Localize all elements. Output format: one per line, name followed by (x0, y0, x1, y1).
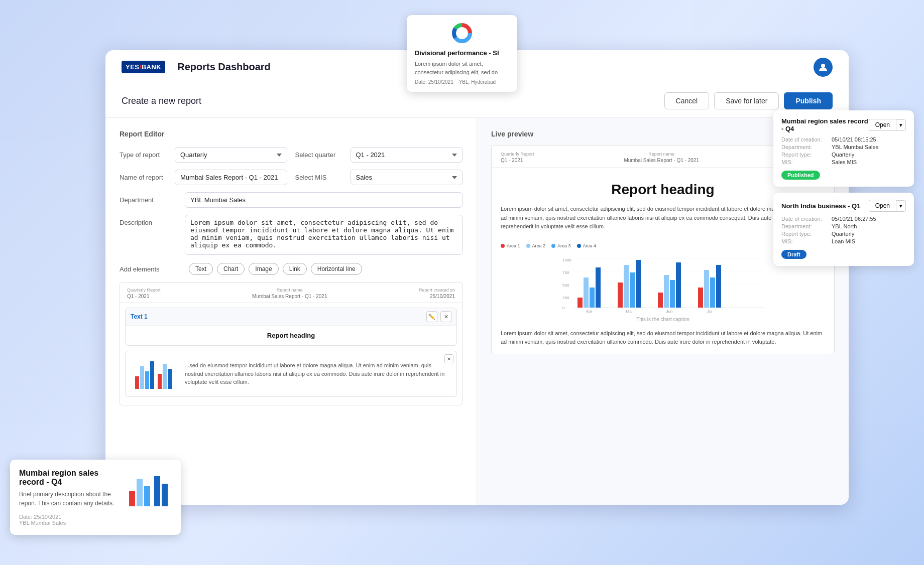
info-card-title-1: Mumbai region sales record - Q4 (781, 117, 869, 132)
content-area: Report Editor Type of report Quarterly S… (105, 118, 849, 505)
svg-rect-45 (137, 479, 143, 506)
form-row-department: Department (120, 192, 463, 208)
add-horizontal-line-button[interactable]: Horizontal line (311, 263, 362, 275)
svg-text:Apr: Apr (586, 309, 593, 313)
info-row-date-2: Date of creation: 05/10/21 06:27:55 (781, 216, 906, 222)
legend-area4: Area 4 (577, 243, 597, 248)
info-row-mis-1: MIS: Sales MIS (781, 159, 906, 165)
element-heading-content: Report heading (126, 326, 456, 345)
type-label: Type of report (120, 151, 170, 159)
form-group-name: Name of report (120, 170, 287, 185)
svg-rect-44 (129, 491, 135, 506)
publish-button[interactable]: Publish (784, 92, 833, 109)
legend-dot-2 (526, 244, 530, 248)
status-badge-published: Published (781, 171, 820, 180)
svg-text:0: 0 (562, 306, 565, 310)
info-card-header-1: Mumbai region sales record - Q4 Open ▾ (781, 117, 906, 132)
chart-element-block: ...sed do eiusmod tempor incididunt ut l… (125, 351, 457, 397)
svg-text:750: 750 (562, 270, 569, 275)
form-group-type: Type of report Quarterly (120, 147, 287, 163)
svg-text:1000: 1000 (562, 258, 571, 262)
add-text-button[interactable]: Text (189, 263, 213, 275)
info-card-mumbai: Mumbai region sales record - Q4 Open ▾ D… (773, 110, 914, 187)
info-card-title-2: North India business - Q1 (781, 202, 860, 210)
element-block-actions: ✏️ ✕ (426, 311, 451, 322)
info-card-header-2: North India business - Q1 Open ▾ (781, 200, 906, 212)
svg-point-5 (458, 29, 466, 37)
open-button-group-1: Open ▾ (869, 119, 906, 131)
bottom-left-location: YBL Mumbai Sales (19, 520, 120, 526)
mini-report-name-label: Report name (252, 288, 327, 293)
user-avatar[interactable] (814, 58, 833, 77)
legend-area1: Area 1 (501, 243, 520, 248)
svg-rect-33 (664, 275, 669, 308)
open-arrow-2[interactable]: ▾ (896, 200, 906, 212)
svg-rect-25 (584, 277, 589, 308)
mis-select[interactable]: Sales (351, 170, 463, 185)
editor-panel: Report Editor Type of report Quarterly S… (105, 118, 477, 505)
page-title: Create a new report (122, 96, 659, 106)
element-block-header: Text 1 ✏️ ✕ (126, 308, 456, 326)
info-row-type-1: Report type: Quarterly (781, 152, 906, 158)
logo: YES/BANK (122, 61, 165, 73)
svg-text:Mai: Mai (626, 309, 633, 313)
quarter-label: Select quarter (295, 151, 345, 159)
name-input[interactable] (175, 170, 287, 185)
form-row-type-quarter: Type of report Quarterly Select quarter … (120, 147, 463, 163)
tooltip-date: Date: 25/10/2021 YBL, Hyderabad (415, 79, 509, 85)
svg-rect-11 (158, 374, 162, 389)
preview-body-text-2: Lorem ipsum dolor sit amet, consectetur … (492, 329, 834, 354)
close-chart-button[interactable]: ✕ (444, 354, 453, 363)
open-button-2[interactable]: Open (869, 200, 896, 212)
mini-created-value: 25/10/2021 (419, 294, 455, 299)
open-button-1[interactable]: Open (869, 119, 896, 131)
svg-text:Jul: Jul (707, 309, 712, 313)
department-input[interactable] (185, 192, 463, 208)
cancel-button[interactable]: Cancel (664, 92, 710, 109)
svg-rect-35 (676, 262, 681, 308)
name-label: Name of report (120, 174, 170, 181)
svg-rect-46 (144, 486, 150, 506)
donut-icon (451, 22, 473, 44)
bottom-left-date: Date: 25/10/2021 (19, 514, 120, 520)
svg-rect-27 (596, 267, 601, 308)
add-link-button[interactable]: Link (283, 263, 307, 275)
tooltip-title: Divisional performance - SI (415, 49, 509, 57)
add-elements-label: Add elements (120, 265, 185, 273)
form-row-description: Description Lorem ipsum dolor sit amet, … (120, 215, 463, 255)
preview-report-name-value: Mumbai Sales Report - Q1 - 2021 (624, 158, 699, 163)
svg-text:500: 500 (562, 283, 569, 288)
bottom-left-chart-icon (127, 469, 172, 509)
description-textarea[interactable]: Lorem ipsum dolor sit amet, consectetur … (185, 215, 463, 255)
mini-report-name-value: Mumbai Sales Report - Q1 - 2021 (252, 294, 327, 299)
type-select[interactable]: Quarterly (175, 147, 287, 163)
text-element-block: Text 1 ✏️ ✕ Report heading (125, 308, 457, 346)
info-card-north: North India business - Q1 Open ▾ Date of… (773, 193, 914, 266)
add-image-button[interactable]: Image (249, 263, 278, 275)
add-chart-button[interactable]: Chart (217, 263, 245, 275)
quarter-select[interactable]: Q1 - 2021 (351, 147, 463, 163)
svg-rect-34 (670, 280, 675, 308)
svg-rect-24 (578, 298, 583, 308)
legend-area2: Area 2 (526, 243, 546, 248)
info-row-type-2: Report type: Quarterly (781, 231, 906, 237)
mini-quarterly-label: Quarterly Report (127, 288, 161, 293)
add-elements-row: Add elements Text Chart Image Link Horiz… (120, 263, 463, 275)
svg-rect-9 (145, 371, 149, 389)
bottom-left-title: Mumbai region sales record - Q4 (19, 469, 120, 487)
preview-report-name-label: Report name (624, 152, 699, 157)
right-info-panel: Mumbai region sales record - Q4 Open ▾ D… (773, 110, 914, 266)
save-for-later-button[interactable]: Save for later (714, 92, 779, 109)
legend-area3: Area 3 (551, 243, 571, 248)
editor-section-title: Report Editor (120, 130, 463, 138)
chart-block-content: ...sed do eiusmod tempor incididunt ut l… (126, 351, 456, 396)
delete-element-button[interactable]: ✕ (440, 311, 451, 322)
svg-rect-8 (140, 366, 144, 389)
open-arrow-1[interactable]: ▾ (896, 119, 906, 131)
svg-text:250: 250 (562, 296, 569, 300)
open-button-group-2: Open ▾ (869, 200, 906, 212)
info-row-dept-1: Department: YBL Mumbai Sales (781, 144, 906, 150)
svg-rect-28 (618, 282, 623, 308)
edit-element-button[interactable]: ✏️ (426, 311, 437, 322)
logo-yes: YES (126, 63, 140, 71)
